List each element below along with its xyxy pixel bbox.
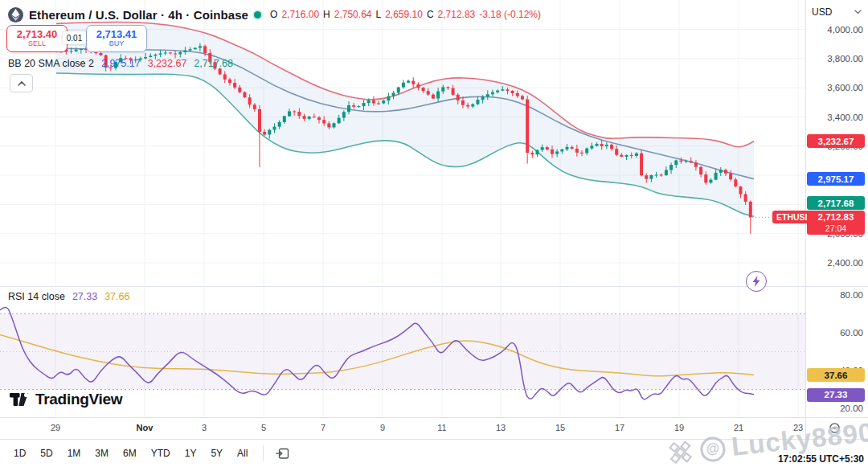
price-axis-label: 3,400.00 <box>809 113 863 122</box>
candle-body <box>635 154 638 156</box>
buy-label: BUY <box>109 40 125 48</box>
candle-body <box>446 87 449 88</box>
candle-body <box>585 149 588 154</box>
price-axis-label: 4,000.00 <box>809 25 863 35</box>
candle-body <box>100 53 103 55</box>
chevron-up-icon <box>18 81 26 86</box>
candle-body <box>596 144 599 145</box>
go-to-date-button[interactable] <box>272 443 293 464</box>
candle-body <box>278 122 281 127</box>
range-button-5d[interactable]: 5D <box>33 444 59 462</box>
tradingview-chart-window: { "header": { "symbol_title": "Ethereum … <box>0 0 868 467</box>
candle-body <box>402 83 405 88</box>
range-switcher: 1D5D1M3M6MYTD1Y5YAll <box>6 444 255 462</box>
candle-body <box>70 51 73 52</box>
sell-button[interactable]: 2,713.40 SELL <box>6 25 68 52</box>
candle-body <box>649 175 653 179</box>
candle-body <box>496 91 499 92</box>
rsi-axis-label: 60.00 <box>809 328 863 338</box>
candle-body <box>411 81 415 84</box>
clock[interactable]: 17:02:55 UTC+5:30 <box>778 453 864 465</box>
range-button-1m[interactable]: 1M <box>60 444 88 462</box>
instant-trading-button[interactable] <box>746 271 767 292</box>
candle-body <box>223 75 227 80</box>
candle-body <box>566 147 569 150</box>
candle-body <box>407 81 410 83</box>
candle-body <box>610 145 613 149</box>
candle-body <box>164 52 167 53</box>
candle-body <box>734 179 737 186</box>
candle-body <box>630 155 633 156</box>
candle-body <box>665 170 668 175</box>
bb-lower-value: 2,717.68 <box>194 58 233 69</box>
candle-body <box>199 46 202 47</box>
candle-body <box>669 165 673 170</box>
tradingview-logo[interactable]: TradingView <box>10 391 122 408</box>
candle-body <box>178 52 182 54</box>
pane-separator[interactable] <box>0 286 868 287</box>
go-to-realtime-button[interactable] <box>826 420 842 436</box>
market-status-dot <box>254 11 261 18</box>
candle-body <box>481 96 485 100</box>
price-axis-label: 3,600.00 <box>809 83 863 92</box>
candle-body <box>674 161 678 166</box>
candle-body <box>571 147 574 149</box>
low-label: L <box>375 9 381 20</box>
candle-body <box>362 103 366 106</box>
candle-body <box>238 88 241 92</box>
time-axis-label: 21 <box>724 423 753 432</box>
candle-body <box>253 104 256 109</box>
rsi-axis-label: 20.00 <box>809 404 863 413</box>
candle-body <box>615 149 618 155</box>
range-button-5y[interactable]: 5Y <box>203 444 230 462</box>
candle-body <box>530 153 534 154</box>
candle-body <box>620 155 623 157</box>
symbol-title[interactable]: Ethereum / U.S. Dollar · 4h · Coinbase <box>29 8 248 22</box>
buy-button[interactable]: 2,713.41 BUY <box>86 25 147 52</box>
last-price-badge: 2,712.83 27:04 <box>807 211 865 235</box>
currency-menu[interactable]: USD <box>812 6 862 18</box>
candle-body <box>739 186 742 194</box>
chart-canvas[interactable] <box>0 0 868 467</box>
candle-body <box>486 94 489 96</box>
range-button-1d[interactable]: 1D <box>6 444 33 462</box>
candle-body <box>546 147 549 150</box>
candle-body <box>183 51 186 52</box>
candle-body <box>690 161 693 162</box>
candle-body <box>397 88 400 93</box>
change-value: -3.18 (-0.12%) <box>479 9 541 20</box>
range-button-1y[interactable]: 1Y <box>178 444 204 462</box>
bb-indicator-legend[interactable]: BB 20 SMA close 2 2,975.17 3,232.67 2,71… <box>8 58 233 69</box>
bb-upper-value: 3,232.67 <box>148 58 187 69</box>
time-axis-label: Nov <box>130 423 159 432</box>
range-button-3m[interactable]: 3M <box>88 444 116 462</box>
range-button-ytd[interactable]: YTD <box>144 444 178 462</box>
pane-separator[interactable] <box>0 417 868 418</box>
range-button-all[interactable]: All <box>230 444 255 462</box>
candle-body <box>194 48 197 50</box>
candle-body <box>322 120 326 123</box>
candle-body <box>575 149 579 153</box>
candle-body <box>694 162 698 167</box>
candle-body <box>551 150 554 154</box>
candle-body <box>461 100 465 105</box>
rsi-indicator-legend[interactable]: RSI 14 close 27.33 37.66 <box>8 291 129 302</box>
candle-body <box>600 144 604 146</box>
range-button-6m[interactable]: 6M <box>116 444 144 462</box>
low-value: 2,659.10 <box>385 9 423 20</box>
candle-body <box>333 123 336 127</box>
candle-body <box>625 155 628 157</box>
candle-body <box>491 92 494 95</box>
candle-body <box>233 83 236 88</box>
candle-body <box>645 175 648 178</box>
time-axis-label: 29 <box>41 423 70 432</box>
bar-countdown: 27:04 <box>825 223 846 234</box>
candle-body <box>535 150 538 155</box>
candle-body <box>432 95 435 99</box>
candle-body <box>154 55 157 56</box>
time-axis-label: 17 <box>605 423 634 432</box>
time-axis[interactable]: 29Nov357911131517192123 <box>0 418 868 440</box>
collapse-legend-button[interactable] <box>10 74 33 92</box>
candle-body <box>377 103 380 104</box>
candle-body <box>219 68 222 74</box>
